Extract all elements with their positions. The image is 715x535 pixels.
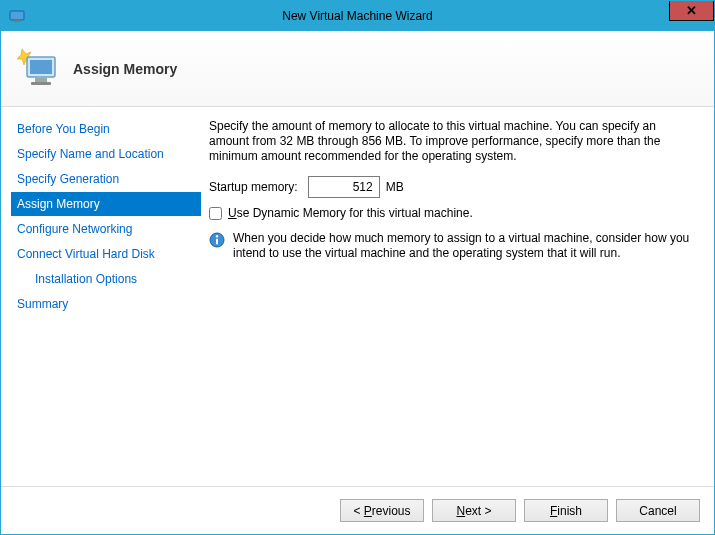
wizard-header: Assign Memory [1,31,714,107]
nav-configure-networking[interactable]: Configure Networking [11,217,201,241]
wizard-nav: Before You Begin Specify Name and Locati… [1,107,201,486]
info-icon [209,232,225,248]
app-icon [9,8,25,24]
finish-button[interactable]: Finish [524,499,608,522]
nav-specify-generation[interactable]: Specify Generation [11,167,201,191]
dynamic-memory-label[interactable]: Use Dynamic Memory for this virtual mach… [228,206,473,221]
window-title: New Virtual Machine Wizard [1,9,714,23]
svg-rect-1 [14,20,20,22]
wizard-window: New Virtual Machine Wizard ✕ Assign Memo… [0,0,715,535]
page-title: Assign Memory [73,61,177,77]
nav-specify-name-location[interactable]: Specify Name and Location [11,142,201,166]
nav-installation-options[interactable]: Installation Options [11,267,201,291]
svg-rect-4 [30,60,52,74]
wizard-body: Before You Begin Specify Name and Locati… [1,107,714,486]
startup-memory-input[interactable] [308,176,380,198]
info-text: When you decide how much memory to assig… [233,231,696,261]
wizard-footer: < Previous Next > Finish Cancel [1,486,714,534]
close-button[interactable]: ✕ [669,1,714,21]
svg-point-9 [216,235,218,237]
nav-connect-vhd[interactable]: Connect Virtual Hard Disk [11,242,201,266]
info-row: When you decide how much memory to assig… [209,231,696,261]
previous-button[interactable]: < Previous [340,499,424,522]
startup-memory-label: Startup memory: [209,180,298,195]
svg-rect-0 [10,11,24,20]
svg-rect-8 [216,239,218,245]
next-button[interactable]: Next > [432,499,516,522]
memory-description: Specify the amount of memory to allocate… [209,119,696,164]
dynamic-memory-checkbox[interactable] [209,207,222,220]
svg-rect-5 [35,78,47,82]
nav-assign-memory[interactable]: Assign Memory [11,192,201,216]
nav-before-you-begin[interactable]: Before You Begin [11,117,201,141]
startup-memory-unit: MB [386,180,404,195]
startup-memory-row: Startup memory: MB [209,176,696,198]
wizard-header-icon [13,45,61,93]
wizard-content: Specify the amount of memory to allocate… [201,107,714,486]
svg-rect-6 [31,82,51,85]
nav-summary[interactable]: Summary [11,292,201,316]
close-icon: ✕ [686,3,697,18]
titlebar: New Virtual Machine Wizard ✕ [1,1,714,31]
dynamic-memory-row: Use Dynamic Memory for this virtual mach… [209,206,696,221]
cancel-button[interactable]: Cancel [616,499,700,522]
